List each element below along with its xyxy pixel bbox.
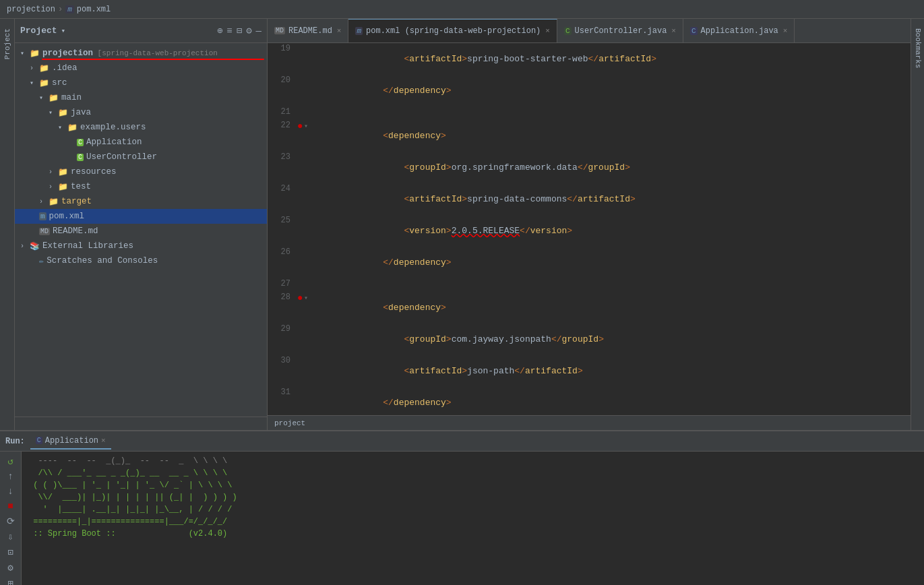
folder-icon-java: 📁 — [58, 108, 68, 118]
tab-icon-application: C — [690, 27, 698, 35]
line-number-22: 22 — [268, 120, 296, 152]
tree-label-target: target — [61, 197, 92, 206]
folder-icon-target: 📁 — [49, 197, 59, 207]
tree-item-pom-xml[interactable]: m pom.xml — [15, 209, 267, 224]
line-content-28: <dependency> — [309, 292, 911, 324]
collapse-all-icon[interactable]: ≡ — [226, 26, 232, 36]
folder-icon-src: 📁 — [39, 78, 49, 88]
tree-item-scratches[interactable]: ✏ Scratches and Consoles — [15, 253, 267, 268]
line-gutter-23 — [296, 152, 309, 183]
line-number-21: 21 — [268, 106, 296, 120]
tree-item-application[interactable]: C Application — [15, 135, 267, 150]
code-line-30: 30 <artifactId>json-path</artifactId> — [268, 355, 911, 387]
line-gutter-30 — [296, 355, 309, 387]
screenshot-button[interactable]: ⊡ — [3, 547, 18, 558]
tree-arrow-java: ▾ — [49, 109, 58, 117]
tree-item-projection[interactable]: ▾ 📁 projection [spring-data-web-projecti… — [15, 46, 267, 61]
project-panel-bottom-bar — [15, 417, 267, 430]
tab-close-application[interactable]: × — [783, 27, 788, 35]
class-icon-application: C — [77, 139, 84, 146]
line-gutter-31 — [296, 387, 309, 415]
line-content-26: </dependency> — [309, 247, 911, 278]
tree-item-readme[interactable]: MD README.md — [15, 224, 267, 239]
bookmarks-tab[interactable]: Bookmarks — [913, 23, 923, 73]
tree-item-main[interactable]: ▾ 📁 main — [15, 90, 267, 105]
tree-arrow-projection: ▾ — [20, 49, 30, 57]
tab-close-pom[interactable]: × — [545, 27, 550, 35]
tree-label-test: test — [71, 182, 91, 191]
gutter-fold-22[interactable]: ▾ — [304, 122, 308, 130]
code-line-24: 24 <artifactId>spring-data-commons</arti… — [268, 183, 911, 215]
code-line-22: 22 ● ▾ <dependency> — [268, 120, 911, 152]
line-gutter-29 — [296, 324, 309, 355]
tree-arrow-idea: › — [30, 65, 39, 72]
breadcrumb-project[interactable]: projection — [7, 5, 55, 14]
tree-item-test[interactable]: › 📁 test — [15, 179, 267, 194]
console-line-2: ( ( )\___ | '_ | '_| | '_ \/ _` | \ \ \ … — [28, 480, 917, 492]
tree-label-usercontroller: UserController — [86, 152, 157, 162]
tab-readme[interactable]: MD README.md × — [268, 19, 348, 42]
rerun-button[interactable]: ↺ — [3, 456, 18, 467]
layout-button[interactable]: ⊞ — [3, 578, 18, 585]
code-line-27: 27 — [268, 278, 911, 292]
add-module-icon[interactable]: ⊕ — [217, 25, 222, 36]
tab-usercontroller[interactable]: C UserController.java × — [557, 19, 683, 42]
tab-label-application: Application.java — [701, 26, 778, 36]
code-line-21: 21 — [268, 106, 911, 120]
md-icon-readme: MD — [39, 228, 50, 235]
xml-icon-pom: m — [39, 212, 47, 220]
tree-item-src[interactable]: ▾ 📁 src — [15, 75, 267, 90]
folder-icon-test: 📁 — [58, 182, 68, 192]
project-panel-header: Project ▾ ⊕ ≡ ⊟ ⚙ — — [15, 19, 267, 43]
tab-icon-pom: m — [355, 27, 363, 35]
run-tab-application[interactable]: C Application × — [30, 433, 111, 450]
project-sidebar-tab[interactable]: Project — [2, 23, 13, 65]
tree-label-application: Application — [86, 137, 142, 147]
tab-close-readme[interactable]: × — [337, 27, 342, 35]
scroll-end-button[interactable]: ⇩ — [3, 531, 18, 543]
tree-item-external-libs[interactable]: › 📚 External Libraries — [15, 239, 267, 253]
editor-bottom-tab[interactable]: project — [274, 419, 305, 427]
bottom-panel: Run: C Application × ↺ ↑ ↓ ■ ⟳ ⇩ ⊡ ⚙ ⊞ ✕… — [0, 430, 924, 585]
run-tab-close[interactable]: × — [101, 437, 106, 445]
tab-application[interactable]: C Application.java × — [683, 19, 795, 42]
tree-arrow-test: › — [49, 183, 58, 191]
minimize-icon[interactable]: — — [256, 26, 261, 36]
tree-item-usercontroller[interactable]: C UserController — [15, 150, 267, 164]
folder-icon-projection: 📁 — [30, 49, 40, 59]
tree-label-java: java — [71, 108, 91, 117]
line-number-26: 26 — [268, 247, 296, 278]
code-line-23: 23 <groupId>org.springframework.data</gr… — [268, 152, 911, 183]
scroll-up-button[interactable]: ↑ — [3, 471, 18, 482]
project-dropdown-arrow[interactable]: ▾ — [61, 26, 66, 35]
scratches-icon: ✏ — [39, 256, 44, 266]
code-line-25: 25 <version>2.0.5.RELEASE</version> — [268, 215, 911, 247]
tree-arrow-ext-libs: › — [20, 243, 30, 250]
breadcrumb-m-icon: m — [65, 5, 74, 13]
settings-icon[interactable]: ⚙ — [246, 25, 251, 36]
folder-icon-idea: 📁 — [39, 63, 49, 73]
tab-pom[interactable]: m pom.xml (spring-data-web-projection) × — [348, 19, 557, 42]
breadcrumb-sep1: › — [58, 5, 63, 14]
tree-item-target[interactable]: › 📁 target — [15, 194, 267, 209]
tree-item-idea[interactable]: › 📁 .idea — [15, 61, 267, 75]
expand-icon[interactable]: ⊟ — [237, 25, 242, 36]
line-number-27: 27 — [268, 278, 296, 292]
tab-close-usercontroller[interactable]: × — [671, 27, 676, 35]
line-number-31: 31 — [268, 387, 296, 415]
code-line-26: 26 </dependency> — [268, 247, 911, 278]
editor-area: MD README.md × m pom.xml (spring-data-we… — [268, 19, 911, 430]
rerun2-button[interactable]: ⟳ — [3, 516, 18, 527]
run-settings-button[interactable]: ⚙ — [3, 562, 18, 574]
line-gutter-21 — [296, 106, 309, 120]
tree-item-java[interactable]: ▾ 📁 java — [15, 105, 267, 120]
tree-item-example-users[interactable]: ▾ 📁 example.users — [15, 120, 267, 135]
stop-button[interactable]: ■ — [3, 501, 18, 512]
code-editor[interactable]: 19 <artifactId>spring-boot-starter-web</… — [268, 43, 911, 415]
tree-item-resources[interactable]: › 📁 resources — [15, 164, 267, 179]
scroll-down-button[interactable]: ↓ — [3, 486, 18, 497]
tab-icon-readme: MD — [274, 27, 285, 34]
gutter-fold-28[interactable]: ▾ — [304, 294, 308, 302]
tree-label-example-users: example.users — [80, 123, 146, 132]
breadcrumb-file[interactable]: pom.xml — [77, 5, 111, 14]
